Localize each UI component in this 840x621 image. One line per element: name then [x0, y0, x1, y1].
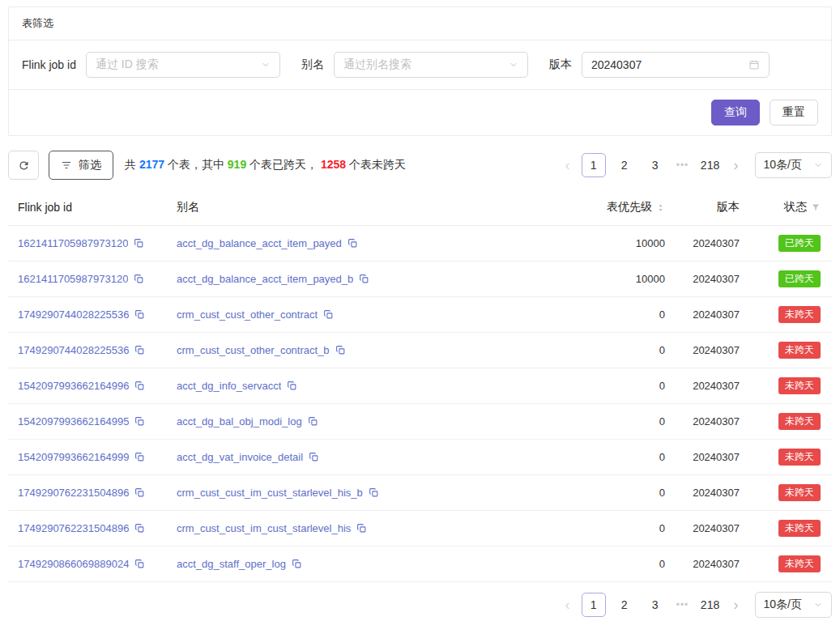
copy-icon[interactable] — [287, 381, 297, 391]
copy-icon[interactable] — [348, 238, 358, 249]
flink-job-id-link[interactable]: 1542097993662164996 — [18, 380, 129, 392]
alias-select[interactable]: 通过别名搜索 — [334, 52, 528, 78]
copy-icon[interactable] — [309, 452, 319, 462]
copy-icon[interactable] — [323, 309, 334, 320]
copy-icon[interactable] — [134, 487, 145, 498]
status-badge: 未跨天 — [778, 413, 821, 431]
copy-icon[interactable] — [134, 274, 144, 284]
filter-field-alias: 别名 通过别名搜索 — [301, 52, 549, 78]
version-date-input[interactable]: 20240307 — [582, 52, 770, 78]
flink-job-id-link[interactable]: 1542097993662164999 — [18, 451, 129, 463]
flink-job-id-link[interactable]: 1621411705987973120 — [18, 273, 128, 285]
copy-icon[interactable] — [335, 345, 346, 355]
prev-page-button[interactable]: ‹ — [557, 153, 578, 177]
alias-link[interactable]: acct_dg_balance_acct_item_payed_b — [177, 273, 353, 285]
page-button-2[interactable]: 2 — [612, 153, 637, 177]
page-size-select[interactable]: 10条/页 — [755, 152, 832, 178]
status-badge: 未跨天 — [778, 342, 821, 359]
page-button-2[interactable]: 2 — [612, 593, 637, 617]
page-size-value: 10条/页 — [764, 158, 802, 172]
flink-job-id-select[interactable]: 通过 ID 搜索 — [86, 52, 280, 78]
alias-link[interactable]: crm_cust_cust_other_contract_b — [177, 344, 330, 356]
flink-job-id-link[interactable]: 1621411705987973120 — [18, 237, 128, 249]
alias-link[interactable]: crm_cust_cust_other_contract — [177, 308, 318, 321]
copy-icon[interactable] — [369, 487, 379, 498]
copy-icon[interactable] — [134, 309, 145, 320]
flink-job-id-link[interactable]: 1749290744028225536 — [18, 344, 129, 356]
page-button-last[interactable]: 218 — [698, 593, 723, 617]
table-row: 1749290744028225536 crm_cust_cust_other_… — [8, 297, 832, 333]
page-button-3[interactable]: 3 — [643, 593, 667, 617]
copy-icon[interactable] — [356, 523, 367, 534]
status-badge: 未跨天 — [778, 555, 821, 573]
page-button-last[interactable]: 218 — [698, 153, 723, 177]
priority-cell: 0 — [552, 344, 665, 356]
copy-icon[interactable] — [134, 559, 145, 569]
table-row: 1749290744028225536 crm_cust_cust_other_… — [8, 333, 832, 368]
version-cell: 20240307 — [665, 273, 740, 285]
query-button[interactable]: 查询 — [711, 100, 760, 125]
copy-icon[interactable] — [134, 345, 145, 355]
status-cell: 未跨天 — [740, 306, 821, 324]
next-page-button[interactable]: › — [726, 593, 747, 617]
alias-link[interactable]: crm_cust_cust_im_cust_starlevel_his_b — [177, 487, 363, 499]
flink-job-id-link[interactable]: 1749290866069889024 — [18, 558, 129, 570]
summary-total-count: 2177 — [139, 158, 164, 171]
page-button-1[interactable]: 1 — [582, 593, 606, 617]
version-cell: 20240307 — [665, 308, 740, 321]
table-row: 1542097993662164999 acct_dg_vat_invoice_… — [8, 440, 832, 475]
copy-icon[interactable] — [308, 416, 318, 427]
copy-icon[interactable] — [134, 452, 145, 462]
refresh-button[interactable] — [8, 151, 39, 180]
version-cell: 20240307 — [665, 237, 740, 249]
chevron-down-icon — [813, 600, 823, 610]
column-filter-icon[interactable] — [811, 202, 821, 212]
version-cell: 20240307 — [665, 558, 740, 570]
status-cell: 已跨天 — [740, 235, 821, 253]
page-ellipsis[interactable]: ••• — [672, 599, 693, 610]
copy-icon[interactable] — [134, 381, 145, 391]
page-button-1[interactable]: 1 — [582, 153, 606, 177]
flink-job-id-link[interactable]: 1749290762231504896 — [18, 522, 129, 534]
flink-job-id-link[interactable]: 1749290762231504896 — [18, 487, 129, 499]
flink-job-id-cell: 1749290762231504896 — [18, 522, 177, 534]
bottom-bar: ‹ 1 2 3 ••• 218 › 10条/页 — [8, 592, 832, 618]
alias-label: 别名 — [301, 57, 324, 72]
table-row: 1621411705987973120 acct_dg_balance_acct… — [8, 262, 832, 297]
flink-job-id-cell: 1749290744028225536 — [18, 344, 177, 356]
copy-icon[interactable] — [292, 559, 302, 569]
table-row: 1542097993662164996 acct_dg_info_servacc… — [8, 368, 832, 404]
copy-icon[interactable] — [134, 416, 145, 427]
page-size-select[interactable]: 10条/页 — [755, 592, 832, 618]
alias-link[interactable]: acct_dg_info_servacct — [177, 380, 281, 392]
alias-link[interactable]: acct_dg_balance_acct_item_payed — [177, 237, 342, 249]
page-button-3[interactable]: 3 — [643, 153, 667, 177]
pagination-bottom: ‹ 1 2 3 ••• 218 › 10条/页 — [557, 592, 832, 618]
page-ellipsis[interactable]: ••• — [672, 160, 693, 171]
chevron-down-icon — [813, 160, 823, 170]
priority-cell: 0 — [552, 380, 665, 392]
alias-link[interactable]: acct_dg_vat_invoice_detail — [177, 451, 303, 463]
copy-icon[interactable] — [359, 274, 369, 284]
alias-cell: acct_dg_bal_obj_modi_log — [177, 415, 552, 427]
alias-link[interactable]: acct_dg_bal_obj_modi_log — [177, 415, 302, 427]
status-badge: 已跨天 — [778, 235, 821, 253]
prev-page-button[interactable]: ‹ — [557, 593, 578, 617]
column-label: 版本 — [717, 200, 740, 215]
flink-job-id-label: Flink job id — [22, 58, 76, 71]
flink-job-id-link[interactable]: 1749290744028225536 — [18, 308, 129, 321]
sort-icon[interactable] — [656, 202, 665, 214]
alias-link[interactable]: acct_dg_staff_oper_log — [177, 558, 286, 570]
version-cell: 20240307 — [665, 344, 740, 356]
table-row: 1621411705987973120 acct_dg_balance_acct… — [8, 226, 832, 262]
refresh-icon — [18, 160, 30, 172]
filter-toggle-button[interactable]: 筛选 — [49, 151, 113, 180]
alias-link[interactable]: crm_cust_cust_im_cust_starlevel_his — [177, 522, 351, 534]
copy-icon[interactable] — [134, 523, 145, 534]
copy-icon[interactable] — [134, 238, 144, 249]
alias-cell: crm_cust_cust_other_contract_b — [177, 344, 552, 356]
column-header-priority: 表优先级 — [552, 200, 665, 215]
next-page-button[interactable]: › — [726, 153, 747, 177]
reset-button[interactable]: 重置 — [770, 100, 818, 125]
flink-job-id-link[interactable]: 1542097993662164995 — [18, 415, 129, 427]
